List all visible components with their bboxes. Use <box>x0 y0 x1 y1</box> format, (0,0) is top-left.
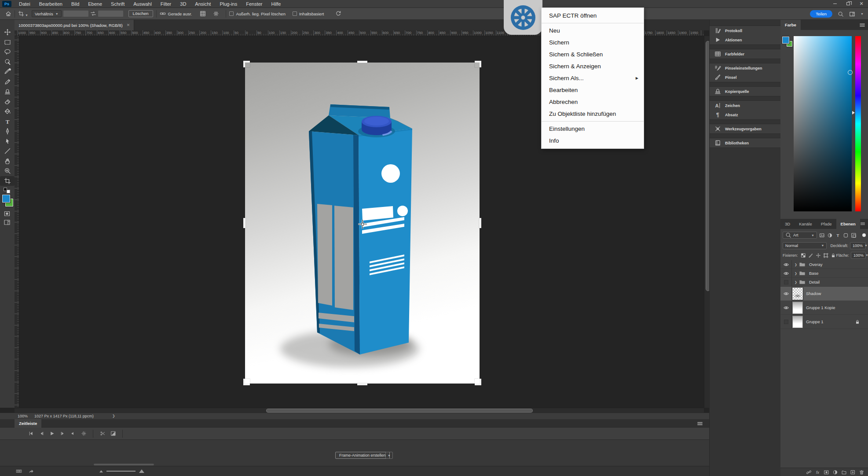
timeline-tab[interactable]: Zeitleiste <box>15 419 41 428</box>
layer-name[interactable]: Overay <box>809 262 823 267</box>
tab-pfade[interactable]: Pfade <box>817 219 836 229</box>
type-layer-icon[interactable]: T <box>835 232 841 238</box>
tool-clone-stamp[interactable] <box>0 87 15 97</box>
tool-type[interactable]: T <box>0 117 15 127</box>
visibility-eye-icon[interactable] <box>780 260 792 269</box>
horizontal-scrollbar[interactable] <box>15 408 704 413</box>
crop-handle-top-left[interactable] <box>243 61 250 67</box>
delete-cropped-pixels-checkbox[interactable]: Außerh. lieg. Pixel löschen <box>229 11 285 16</box>
share-button[interactable]: Teilen <box>810 10 832 18</box>
tool-crop[interactable] <box>0 176 15 186</box>
group-expand-chevron[interactable]: ❯ <box>795 272 797 275</box>
lock-paint-icon[interactable] <box>808 253 813 258</box>
layer-thumbnail[interactable] <box>793 302 802 314</box>
layer-effects-icon[interactable]: fx <box>815 469 820 475</box>
tab-farbe[interactable]: Farbe <box>780 20 801 30</box>
context-menu-item-abbrechen[interactable]: Abbrechen <box>542 96 644 108</box>
tool-hand[interactable] <box>0 156 15 166</box>
layer-row-detail[interactable]: ❯Detail <box>780 278 868 287</box>
lock-move-icon[interactable] <box>816 253 821 258</box>
opacity-select[interactable]: 100% ▼ <box>850 242 866 249</box>
context-menu-item-sichern-als[interactable]: Sichern Als...▶ <box>542 72 644 84</box>
restore-button[interactable] <box>842 0 855 8</box>
delete-layer-icon[interactable] <box>859 469 864 475</box>
foreground-color-swatch-toolbar[interactable] <box>2 195 10 203</box>
blend-mode-select[interactable]: Normal ▼ <box>783 242 827 249</box>
filter-toggle[interactable] <box>862 233 866 237</box>
context-menu-item-sap-ectr-ffnen[interactable]: SAP ECTR öffnen <box>542 10 644 22</box>
crop-settings-gear-icon[interactable] <box>213 11 219 17</box>
horizontal-scrollbar-thumb[interactable] <box>267 409 532 412</box>
crop-handle-right[interactable] <box>479 218 481 228</box>
clear-button[interactable]: Löschen <box>128 10 153 17</box>
tab-kan-le[interactable]: Kanäle <box>795 219 817 229</box>
menu-ebene[interactable]: Ebene <box>84 0 106 8</box>
adjustment-layer-icon[interactable] <box>827 232 833 238</box>
layer-name[interactable]: Gruppe 1 <box>806 319 824 324</box>
timeline-menu-icon[interactable] <box>697 421 703 427</box>
reset-icon[interactable] <box>335 10 341 16</box>
crop-handle-top[interactable] <box>357 61 367 63</box>
foreground-color-swatch[interactable] <box>782 37 789 44</box>
panel-button-kopierquelle[interactable]: Kopierquelle <box>710 87 780 96</box>
split-button[interactable] <box>97 428 108 440</box>
menu-hilfe[interactable]: Hilfe <box>267 0 285 8</box>
screen-mode-icon[interactable] <box>4 219 11 226</box>
context-menu-item-sichern-anzeigen[interactable]: Sichern & Anzeigen <box>542 60 644 72</box>
lock-artboard-icon[interactable] <box>823 253 828 258</box>
vertical-scrollbar[interactable] <box>704 36 709 408</box>
previous-frame-button[interactable] <box>36 428 47 440</box>
crop-overlay-grid-icon[interactable] <box>200 11 206 17</box>
panel-button-pinseleinstellungen[interactable]: Pinseleinstellungen <box>710 63 780 73</box>
close-tab-icon[interactable]: ✕ <box>127 23 130 27</box>
frames-zoom-slider[interactable] <box>106 471 136 472</box>
tool-pen[interactable] <box>0 126 15 137</box>
menu-datei[interactable]: Datei <box>15 0 35 8</box>
layer-row-shadow[interactable]: Shadow <box>780 287 868 301</box>
zoom-level[interactable]: 100% <box>18 414 28 418</box>
tool-line[interactable] <box>0 146 15 156</box>
link-layers-icon[interactable] <box>806 469 812 475</box>
panel-button-absatz[interactable]: ¶Absatz <box>710 110 780 119</box>
visibility-eye-icon[interactable] <box>780 301 792 314</box>
minimize-button[interactable] <box>828 0 842 8</box>
panel-button-zeichen[interactable]: AZeichen <box>710 101 780 110</box>
menu-schrift[interactable]: Schrift <box>106 0 129 8</box>
layer-name[interactable]: Shadow <box>806 291 821 296</box>
menu-bearbeiten[interactable]: Bearbeiten <box>35 0 67 8</box>
pixel-layer-icon[interactable] <box>819 232 825 238</box>
layer-mask-icon[interactable] <box>824 469 829 475</box>
layer-filter-select[interactable]: Art ▼ <box>783 232 817 239</box>
layer-row-base[interactable]: ❯Base <box>780 269 868 278</box>
tool-marquee[interactable] <box>0 37 15 48</box>
crop-handle-bottom-left[interactable] <box>243 379 250 385</box>
tool-move[interactable] <box>0 27 15 37</box>
menu-fenster[interactable]: Fenster <box>242 0 267 8</box>
zoom-in-frames-icon[interactable] <box>139 469 144 473</box>
ratio-select[interactable]: Verhältnis ▼ <box>32 10 62 17</box>
crop-height-input[interactable] <box>98 11 123 17</box>
home-icon[interactable] <box>5 11 11 17</box>
crop-width-input[interactable] <box>63 11 88 17</box>
crop-handle-top-right[interactable] <box>475 61 481 67</box>
crop-tool-preset-icon[interactable] <box>18 11 24 17</box>
lock-transparent-icon[interactable] <box>801 253 806 258</box>
document-tab[interactable]: 10000373803aps00000.psd bei 100% (Shadow… <box>15 20 134 30</box>
context-menu-item-sichern-schlie-en[interactable]: Sichern & Schließen <box>542 48 644 60</box>
tool-eyedropper[interactable] <box>0 67 15 77</box>
crop-handle-bottom[interactable] <box>357 383 367 385</box>
context-menu-item-sichern[interactable]: Sichern <box>542 37 644 48</box>
tool-path-selection[interactable] <box>0 137 15 147</box>
smart-object-icon[interactable] <box>851 232 857 238</box>
status-chevron-icon[interactable]: ❯ <box>112 414 115 418</box>
close-button[interactable]: ✕ <box>855 0 868 8</box>
zoom-out-frames-icon[interactable] <box>99 470 103 472</box>
straighten-label[interactable]: Gerade ausr. <box>168 11 192 16</box>
panel-button-farbfelder[interactable]: Farbfelder <box>710 49 780 59</box>
layer-name[interactable]: Gruppe 1 Kopie <box>806 305 835 310</box>
tool-lasso[interactable] <box>0 47 15 57</box>
menu-plug-ins[interactable]: Plug-ins <box>215 0 242 8</box>
layer-row-gruppe-1[interactable]: Gruppe 1 <box>780 315 868 329</box>
context-menu-item-zu-objektliste-hinzuf-gen[interactable]: Zu Objektliste hinzufügen <box>542 108 644 120</box>
layer-thumbnail[interactable] <box>793 316 802 328</box>
